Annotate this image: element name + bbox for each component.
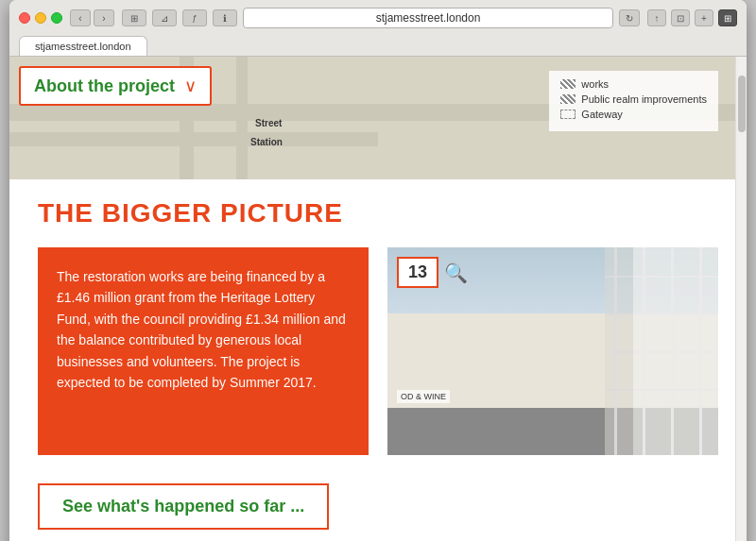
dropdown-arrow-icon: ∨	[184, 76, 197, 96]
scrollbar[interactable]	[735, 57, 747, 541]
section-title: THE BIGGER PICTURE	[38, 198, 718, 228]
refresh-button[interactable]: ↻	[619, 9, 640, 26]
close-button[interactable]	[19, 12, 30, 24]
description-text-box: The restoration works are being financed…	[38, 247, 369, 455]
maximize-button[interactable]	[51, 12, 62, 24]
add-tab-icon[interactable]: +	[695, 9, 713, 26]
minimize-button[interactable]	[35, 12, 46, 24]
main-content: THE BIGGER PICTURE The restoration works…	[9, 179, 747, 541]
street-sign: OD & WINE	[397, 390, 450, 403]
dropdown-overlay: About the project ∨	[19, 66, 212, 106]
dropdown-label: About the project	[34, 76, 175, 96]
resize-icon[interactable]: ⊡	[671, 9, 690, 26]
page-wrapper: Street Station works Public realm improv…	[9, 57, 747, 541]
page-content: Street Station works Public realm improv…	[9, 57, 747, 541]
cta-button[interactable]: See what's happened so far ...	[38, 483, 329, 530]
legend-gateway-icon	[560, 110, 576, 119]
legend-public-realm-label: Public realm improvements	[581, 93, 707, 105]
scrollbar-thumb[interactable]	[738, 76, 746, 132]
project-image: OD & WINE 13 🔍	[387, 247, 718, 455]
forward-button[interactable]: ›	[94, 9, 114, 26]
active-tab[interactable]: stjamesstreet.london	[19, 36, 147, 56]
zoom-icon[interactable]: 🔍	[444, 262, 468, 284]
back-button[interactable]: ‹	[70, 9, 91, 26]
share-icon[interactable]: ↑	[647, 9, 666, 26]
station-label: Station	[250, 137, 283, 147]
image-count-badge[interactable]: 13	[397, 257, 438, 288]
legend-works-label: works	[581, 78, 609, 90]
address-bar-area: ⊞ ⊿ ƒ ℹ stjamesstreet.london ↻	[122, 8, 640, 28]
map-area: Street Station works Public realm improv…	[9, 57, 747, 179]
view-button[interactable]: ⊞	[122, 9, 146, 26]
content-row: The restoration works are being financed…	[38, 247, 718, 455]
legend-works-icon	[560, 79, 576, 89]
info-button[interactable]: ℹ	[213, 9, 237, 26]
legend-gateway-label: Gateway	[581, 109, 622, 120]
body-text: The restoration works are being financed…	[57, 266, 350, 393]
bookmark-button[interactable]: ⊿	[152, 9, 177, 26]
map-legend: works Public realm improvements Gateway	[549, 71, 718, 131]
top-bar: ‹ › ⊞ ⊿ ƒ ℹ stjamesstreet.london ↻ ↑ ⊡ +…	[19, 8, 737, 28]
browser-chrome: ‹ › ⊞ ⊿ ƒ ℹ stjamesstreet.london ↻ ↑ ⊡ +…	[9, 0, 747, 57]
legend-public-realm-icon	[560, 94, 576, 104]
tab-bar: stjamesstreet.london	[19, 36, 737, 56]
fullscreen-icon[interactable]: ⊞	[718, 9, 737, 26]
traffic-lights	[19, 12, 62, 24]
dev-button[interactable]: ƒ	[182, 9, 207, 26]
image-badge: 13 🔍	[397, 257, 468, 288]
about-project-dropdown[interactable]: About the project ∨	[19, 66, 212, 106]
browser-window: ‹ › ⊞ ⊿ ƒ ℹ stjamesstreet.london ↻ ↑ ⊡ +…	[9, 0, 747, 541]
address-input[interactable]: stjamesstreet.london	[243, 8, 613, 28]
nav-buttons: ‹ ›	[70, 9, 114, 26]
browser-icons: ↑ ⊡ + ⊞	[647, 9, 737, 26]
street-label: Street	[255, 118, 282, 128]
